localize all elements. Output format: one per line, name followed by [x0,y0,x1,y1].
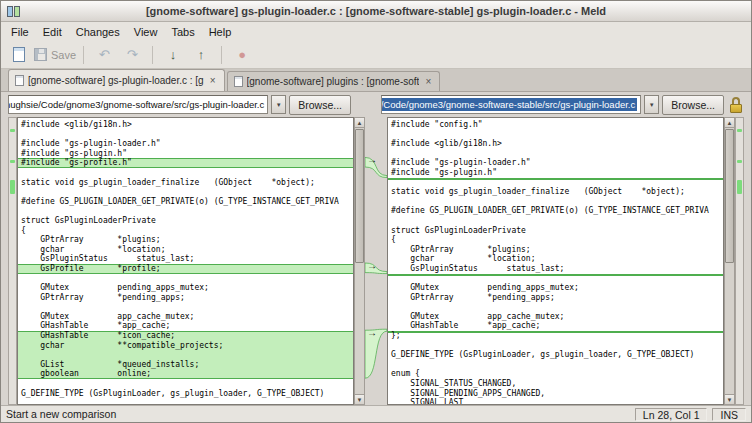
diff-map-mark [10,180,15,194]
code-line: GPtrArray *plugins; [388,245,723,255]
code-line: GList *queued_installs; [18,360,353,370]
code-line: GMutex app_cache_mutex; [388,312,723,322]
scroll-down-icon[interactable]: ▼ [725,394,734,404]
scrollbar-thumb[interactable] [355,129,364,263]
diff-map-mark [737,129,742,132]
status-message: Start a new comparison [6,408,116,420]
code-line: SIGNAL_LAST [388,398,723,405]
file-combo-button-right[interactable]: ▼ [644,95,659,114]
save-button[interactable]: Save [34,43,76,67]
stop-button[interactable]: ● [229,43,255,67]
floppy-save-icon [34,48,47,61]
code-line: static void gs_plugin_loader_finalize (G… [388,187,723,197]
redo-icon: ↷ [127,48,138,61]
code-pane-left[interactable]: #include <glib/gi18n.h> #include "gs-plu… [17,117,354,405]
menu-tabs[interactable]: Tabs [164,24,201,40]
menu-edit[interactable]: Edit [36,24,69,40]
code-line [388,216,723,226]
browse-button-left[interactable]: Browse... [289,95,351,115]
code-pane-right[interactable]: #include "config.h" #include <glib/gi18n… [387,117,724,405]
code-line: GPtrArray *pending_apps; [18,293,353,303]
code-line: G_DEFINE_TYPE (GsPluginLoader, gs_plugin… [388,350,723,360]
titlebar: [gnome-software] gs-plugin-loader.c : [g… [1,1,751,22]
browse-button-right[interactable]: Browse... [662,95,724,115]
merge-gutter: →→→ [365,117,387,405]
code-line: enum { [388,369,723,379]
scrollbar-right[interactable]: ▲ ▼ [724,117,735,405]
scroll-down-icon[interactable]: ▼ [355,394,364,404]
merge-right-arrow-icon[interactable]: → [367,155,377,165]
close-icon[interactable]: × [208,76,218,86]
tab-bar: [gnome-software] gs-plugin-loader.c : [g… [1,69,751,92]
code-line: #include <glib/gi18n.h> [18,120,353,130]
new-comparison-button[interactable] [6,43,32,67]
code-line [18,206,353,216]
code-line: #include <glib/gi18n.h> [388,139,723,149]
code-line: GMutex app_cache_mutex; [18,312,353,322]
code-line [18,379,353,389]
code-line: #include "config.h" [388,120,723,130]
window-icon [7,5,22,18]
new-document-icon [13,47,25,62]
code-line [18,350,353,360]
scrollbar-left[interactable]: ▲ ▼ [354,117,365,405]
meld-window: [gnome-software] gs-plugin-loader.c : [g… [0,0,752,423]
file-path-text-selected: hsie/Code/gnome3/gnome-software-stable/s… [381,98,637,111]
code-line: G_DEFINE_TYPE (GsPluginLoader, gs_plugin… [18,389,353,399]
lock-icon[interactable] [728,96,744,114]
menu-view[interactable]: View [127,24,165,40]
code-line: #define GS_PLUGIN_LOADER_GET_PRIVATE(o) … [18,197,353,207]
code-line [18,168,353,178]
arrow-down-icon: ↓ [170,48,177,61]
menu-help[interactable]: Help [202,24,239,40]
code-line [388,149,723,159]
tab-comparison-loader[interactable]: [gnome-software] gs-plugin-loader.c : [g… [8,69,225,91]
merge-right-arrow-icon[interactable]: → [367,261,377,271]
menu-changes[interactable]: Changes [69,24,127,40]
code-line: struct GsPluginLoaderPrivate [388,226,723,236]
code-line: struct GsPluginLoaderPrivate [18,216,353,226]
file-selector-right: hsie/Code/gnome3/gnome-software-stable/s… [381,95,724,115]
file-selector-left: me/hughsie/Code/gnome3/gnome-software/sr… [8,95,351,115]
code-line: GsPluginStatus status_last; [388,264,723,274]
arrow-up-icon: ↑ [198,48,205,61]
previous-change-button[interactable]: ↑ [188,43,214,67]
save-button-label: Save [51,49,76,61]
tab-comparison-plugins[interactable]: [gnome-software] plugins : [gnome-soft × [227,71,441,91]
redo-button[interactable]: ↷ [119,43,145,67]
code-line: GMutex pending_apps_mutex; [388,283,723,293]
menubar: File Edit Changes View Tabs Help [1,22,751,41]
menu-file[interactable]: File [4,24,36,40]
diff-map-right[interactable] [735,117,744,405]
scrollbar-thumb[interactable] [725,129,734,263]
code-line: GHashTable *app_cache; [18,321,353,331]
file-path-entry-right[interactable]: hsie/Code/gnome3/gnome-software-stable/s… [381,95,641,114]
chevron-down-icon: ▼ [649,102,655,108]
toolbar-separator [221,46,222,64]
diff-map-mark [737,180,742,194]
code-line: gchar *location; [18,245,353,255]
merge-right-arrow-icon[interactable]: → [367,328,377,338]
code-line: #include "gs-profile.h" [18,158,353,168]
undo-button[interactable]: ↶ [91,43,117,67]
file-icon [15,75,24,86]
code-line [388,130,723,140]
code-line [388,274,723,284]
scroll-up-icon[interactable]: ▲ [355,118,364,128]
code-line: #include "gs-plugin-loader.h" [388,158,723,168]
window-title: [gnome-software] gs-plugin-loader.c : [g… [1,5,751,17]
file-path-entry-left[interactable]: me/hughsie/Code/gnome3/gnome-software/sr… [8,95,268,114]
close-icon[interactable]: × [423,77,433,87]
input-mode: INS [712,408,746,421]
code-line: GPtrArray *pending_apps; [388,293,723,303]
tab-label: [gnome-software] gs-plugin-loader.c : [g [28,75,204,86]
file-combo-button-left[interactable]: ▼ [271,95,286,114]
code-line: GHashTable *app_cache; [388,321,723,331]
diff-map-left[interactable] [8,117,17,405]
comparison-area: #include <glib/gi18n.h> #include "gs-plu… [1,117,751,405]
code-line [18,187,353,197]
next-change-button[interactable]: ↓ [160,43,186,67]
scroll-up-icon[interactable]: ▲ [725,118,734,128]
chevron-down-icon: ▼ [276,102,282,108]
record-circle-icon: ● [238,48,246,61]
